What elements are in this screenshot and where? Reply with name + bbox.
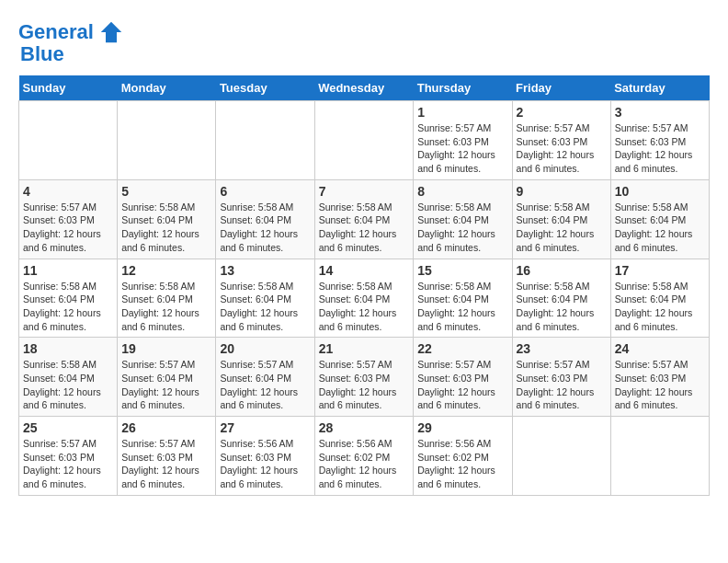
page-header: General Blue: [18, 18, 710, 66]
calendar-cell: 14Sunrise: 5:58 AM Sunset: 6:04 PM Dayli…: [314, 259, 414, 338]
calendar-cell: [512, 417, 610, 496]
day-number: 10: [615, 184, 705, 199]
day-number: 20: [220, 341, 310, 356]
calendar-cell: 12Sunrise: 5:58 AM Sunset: 6:04 PM Dayli…: [118, 259, 216, 338]
calendar-cell: [118, 101, 216, 180]
day-info: Sunrise: 5:58 AM Sunset: 6:04 PM Dayligh…: [121, 201, 211, 255]
day-number: 28: [319, 420, 410, 435]
week-row-2: 4Sunrise: 5:57 AM Sunset: 6:03 PM Daylig…: [19, 179, 710, 259]
day-number: 24: [615, 341, 705, 356]
calendar-cell: 6Sunrise: 5:58 AM Sunset: 6:04 PM Daylig…: [216, 179, 314, 259]
calendar-cell: 27Sunrise: 5:56 AM Sunset: 6:03 PM Dayli…: [216, 417, 314, 496]
weekday-header-friday: Friday: [512, 75, 610, 101]
day-info: Sunrise: 5:57 AM Sunset: 6:03 PM Dayligh…: [319, 358, 410, 412]
calendar-cell: 19Sunrise: 5:57 AM Sunset: 6:04 PM Dayli…: [118, 338, 216, 417]
day-number: 13: [220, 263, 310, 278]
calendar-cell: 20Sunrise: 5:57 AM Sunset: 6:04 PM Dayli…: [216, 338, 314, 417]
week-row-5: 25Sunrise: 5:57 AM Sunset: 6:03 PM Dayli…: [19, 417, 710, 496]
calendar-cell: 21Sunrise: 5:57 AM Sunset: 6:03 PM Dayli…: [314, 338, 414, 417]
day-number: 18: [23, 341, 113, 356]
calendar-cell: [216, 101, 314, 180]
day-info: Sunrise: 5:58 AM Sunset: 6:04 PM Dayligh…: [517, 201, 607, 255]
day-info: Sunrise: 5:57 AM Sunset: 6:03 PM Dayligh…: [417, 121, 507, 176]
week-row-3: 11Sunrise: 5:58 AM Sunset: 6:04 PM Dayli…: [19, 259, 710, 338]
calendar-cell: 25Sunrise: 5:57 AM Sunset: 6:03 PM Dayli…: [19, 417, 118, 496]
day-number: 25: [23, 420, 113, 435]
weekday-header-tuesday: Tuesday: [216, 75, 314, 101]
day-number: 22: [417, 341, 507, 356]
day-number: 6: [220, 184, 310, 199]
calendar-cell: 7Sunrise: 5:58 AM Sunset: 6:04 PM Daylig…: [314, 179, 414, 259]
day-number: 15: [417, 263, 507, 278]
calendar-cell: 8Sunrise: 5:58 AM Sunset: 6:04 PM Daylig…: [414, 179, 512, 259]
day-number: 23: [517, 341, 607, 356]
calendar-cell: [610, 417, 709, 496]
day-info: Sunrise: 5:57 AM Sunset: 6:03 PM Dayligh…: [23, 437, 113, 491]
day-number: 9: [517, 184, 607, 199]
calendar-cell: 29Sunrise: 5:56 AM Sunset: 6:02 PM Dayli…: [414, 417, 512, 496]
calendar-cell: 16Sunrise: 5:58 AM Sunset: 6:04 PM Dayli…: [512, 259, 610, 338]
calendar-cell: 24Sunrise: 5:57 AM Sunset: 6:03 PM Dayli…: [610, 338, 709, 417]
day-number: 2: [517, 105, 607, 120]
calendar-cell: 26Sunrise: 5:57 AM Sunset: 6:03 PM Dayli…: [118, 417, 216, 496]
day-info: Sunrise: 5:57 AM Sunset: 6:03 PM Dayligh…: [417, 358, 507, 412]
day-number: 5: [121, 184, 211, 199]
day-info: Sunrise: 5:58 AM Sunset: 6:04 PM Dayligh…: [319, 280, 410, 334]
weekday-header-row: SundayMondayTuesdayWednesdayThursdayFrid…: [19, 75, 710, 101]
day-info: Sunrise: 5:58 AM Sunset: 6:04 PM Dayligh…: [417, 280, 507, 334]
day-info: Sunrise: 5:58 AM Sunset: 6:04 PM Dayligh…: [220, 280, 310, 334]
calendar-cell: 22Sunrise: 5:57 AM Sunset: 6:03 PM Dayli…: [414, 338, 512, 417]
weekday-header-wednesday: Wednesday: [314, 75, 414, 101]
calendar-cell: 18Sunrise: 5:58 AM Sunset: 6:04 PM Dayli…: [19, 338, 118, 417]
day-info: Sunrise: 5:57 AM Sunset: 6:03 PM Dayligh…: [23, 201, 113, 255]
day-info: Sunrise: 5:58 AM Sunset: 6:04 PM Dayligh…: [23, 280, 113, 334]
svg-marker-0: [101, 22, 122, 43]
weekday-header-monday: Monday: [118, 75, 216, 101]
day-info: Sunrise: 5:56 AM Sunset: 6:02 PM Dayligh…: [417, 437, 507, 491]
day-info: Sunrise: 5:57 AM Sunset: 6:03 PM Dayligh…: [517, 358, 607, 412]
calendar-cell: 3Sunrise: 5:57 AM Sunset: 6:03 PM Daylig…: [610, 101, 709, 180]
day-number: 27: [220, 420, 310, 435]
day-number: 29: [417, 420, 507, 435]
day-info: Sunrise: 5:58 AM Sunset: 6:04 PM Dayligh…: [615, 201, 705, 255]
day-number: 11: [23, 263, 113, 278]
calendar-cell: 28Sunrise: 5:56 AM Sunset: 6:02 PM Dayli…: [314, 417, 414, 496]
day-info: Sunrise: 5:58 AM Sunset: 6:04 PM Dayligh…: [121, 280, 211, 334]
day-info: Sunrise: 5:58 AM Sunset: 6:04 PM Dayligh…: [517, 280, 607, 334]
calendar-cell: 1Sunrise: 5:57 AM Sunset: 6:03 PM Daylig…: [414, 101, 512, 180]
day-info: Sunrise: 5:58 AM Sunset: 6:04 PM Dayligh…: [23, 358, 113, 412]
day-number: 12: [121, 263, 211, 278]
calendar-cell: 9Sunrise: 5:58 AM Sunset: 6:04 PM Daylig…: [512, 179, 610, 259]
day-number: 17: [615, 263, 705, 278]
calendar-table: SundayMondayTuesdayWednesdayThursdayFrid…: [18, 75, 710, 496]
calendar-cell: 11Sunrise: 5:58 AM Sunset: 6:04 PM Dayli…: [19, 259, 118, 338]
day-info: Sunrise: 5:58 AM Sunset: 6:04 PM Dayligh…: [319, 201, 410, 255]
calendar-cell: 2Sunrise: 5:57 AM Sunset: 6:03 PM Daylig…: [512, 101, 610, 180]
calendar-cell: [19, 101, 118, 180]
calendar-cell: 23Sunrise: 5:57 AM Sunset: 6:03 PM Dayli…: [512, 338, 610, 417]
day-info: Sunrise: 5:57 AM Sunset: 6:04 PM Dayligh…: [121, 358, 211, 412]
day-number: 7: [319, 184, 410, 199]
week-row-1: 1Sunrise: 5:57 AM Sunset: 6:03 PM Daylig…: [19, 101, 710, 180]
weekday-header-thursday: Thursday: [414, 75, 512, 101]
day-number: 14: [319, 263, 410, 278]
day-info: Sunrise: 5:58 AM Sunset: 6:04 PM Dayligh…: [417, 201, 507, 255]
calendar-cell: 17Sunrise: 5:58 AM Sunset: 6:04 PM Dayli…: [610, 259, 709, 338]
weekday-header-saturday: Saturday: [610, 75, 709, 101]
day-info: Sunrise: 5:58 AM Sunset: 6:04 PM Dayligh…: [220, 201, 310, 255]
calendar-cell: [314, 101, 414, 180]
calendar-cell: 4Sunrise: 5:57 AM Sunset: 6:03 PM Daylig…: [19, 179, 118, 259]
day-number: 19: [121, 341, 211, 356]
day-info: Sunrise: 5:56 AM Sunset: 6:03 PM Dayligh…: [220, 437, 310, 491]
calendar-cell: 13Sunrise: 5:58 AM Sunset: 6:04 PM Dayli…: [216, 259, 314, 338]
logo: General Blue: [18, 18, 125, 66]
day-number: 16: [517, 263, 607, 278]
day-info: Sunrise: 5:58 AM Sunset: 6:04 PM Dayligh…: [615, 280, 705, 334]
day-number: 8: [417, 184, 507, 199]
week-row-4: 18Sunrise: 5:58 AM Sunset: 6:04 PM Dayli…: [19, 338, 710, 417]
calendar-cell: 5Sunrise: 5:58 AM Sunset: 6:04 PM Daylig…: [118, 179, 216, 259]
day-info: Sunrise: 5:57 AM Sunset: 6:04 PM Dayligh…: [220, 358, 310, 412]
logo-icon: [97, 18, 125, 46]
day-number: 1: [417, 105, 507, 120]
calendar-cell: 15Sunrise: 5:58 AM Sunset: 6:04 PM Dayli…: [414, 259, 512, 338]
